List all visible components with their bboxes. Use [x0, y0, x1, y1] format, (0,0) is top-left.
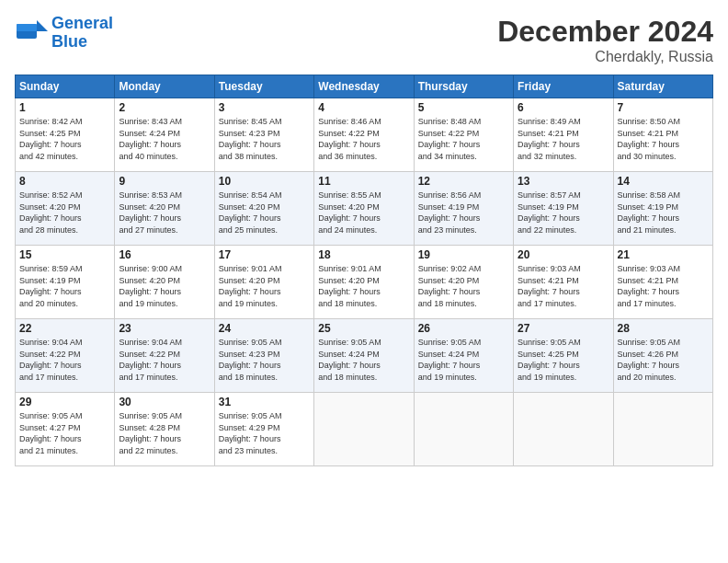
day-info: Sunrise: 9:05 AM Sunset: 4:28 PM Dayligh…: [119, 410, 210, 456]
calendar-cell: 21Sunrise: 9:03 AM Sunset: 4:21 PM Dayli…: [613, 246, 712, 319]
col-header-thursday: Thursday: [414, 75, 513, 98]
day-number: 12: [418, 175, 509, 188]
day-number: 16: [119, 248, 210, 261]
day-number: 25: [318, 322, 409, 335]
day-number: 5: [418, 101, 509, 114]
calendar-cell: [314, 393, 414, 466]
calendar-cell: 13Sunrise: 8:57 AM Sunset: 4:19 PM Dayli…: [514, 172, 613, 246]
day-info: Sunrise: 9:01 AM Sunset: 4:20 PM Dayligh…: [318, 263, 409, 309]
calendar-cell: 30Sunrise: 9:05 AM Sunset: 4:28 PM Dayli…: [115, 393, 214, 466]
day-info: Sunrise: 9:00 AM Sunset: 4:20 PM Dayligh…: [119, 263, 210, 309]
calendar-cell: 3Sunrise: 8:45 AM Sunset: 4:23 PM Daylig…: [214, 98, 313, 172]
day-info: Sunrise: 9:02 AM Sunset: 4:20 PM Dayligh…: [418, 263, 509, 309]
calendar-cell: 10Sunrise: 8:54 AM Sunset: 4:20 PM Dayli…: [214, 172, 313, 246]
calendar-cell: [514, 393, 613, 466]
day-info: Sunrise: 9:04 AM Sunset: 4:22 PM Dayligh…: [119, 337, 210, 383]
day-info: Sunrise: 8:52 AM Sunset: 4:20 PM Dayligh…: [19, 190, 110, 236]
calendar-cell: [613, 393, 712, 466]
col-header-saturday: Saturday: [613, 75, 712, 98]
calendar-cell: [414, 393, 513, 466]
calendar-week-row: 8Sunrise: 8:52 AM Sunset: 4:20 PM Daylig…: [16, 172, 713, 246]
day-number: 9: [119, 175, 210, 188]
col-header-sunday: Sunday: [16, 75, 115, 98]
calendar-cell: 11Sunrise: 8:55 AM Sunset: 4:20 PM Dayli…: [314, 172, 414, 246]
day-number: 17: [219, 248, 310, 261]
calendar-cell: 5Sunrise: 8:48 AM Sunset: 4:22 PM Daylig…: [414, 98, 513, 172]
day-info: Sunrise: 9:05 AM Sunset: 4:24 PM Dayligh…: [418, 337, 509, 383]
page: General Blue December 2024 Cherdakly, Ru…: [0, 0, 728, 563]
logo-blue: Blue: [51, 32, 87, 51]
calendar-cell: 28Sunrise: 9:05 AM Sunset: 4:26 PM Dayli…: [613, 319, 712, 393]
calendar-cell: 12Sunrise: 8:56 AM Sunset: 4:19 PM Dayli…: [414, 172, 513, 246]
calendar-cell: 25Sunrise: 9:05 AM Sunset: 4:24 PM Dayli…: [314, 319, 414, 393]
day-number: 20: [518, 248, 609, 261]
day-info: Sunrise: 8:54 AM Sunset: 4:20 PM Dayligh…: [219, 190, 310, 236]
day-number: 11: [318, 175, 409, 188]
day-number: 22: [19, 322, 110, 335]
location-title: Cherdakly, Russia: [497, 49, 713, 65]
col-header-tuesday: Tuesday: [214, 75, 313, 98]
day-info: Sunrise: 8:50 AM Sunset: 4:21 PM Dayligh…: [618, 116, 709, 162]
calendar-cell: 26Sunrise: 9:05 AM Sunset: 4:24 PM Dayli…: [414, 319, 513, 393]
day-number: 14: [618, 175, 709, 188]
logo-icon: [15, 17, 48, 50]
day-info: Sunrise: 8:58 AM Sunset: 4:19 PM Dayligh…: [618, 190, 709, 236]
day-info: Sunrise: 9:03 AM Sunset: 4:21 PM Dayligh…: [618, 263, 709, 309]
day-number: 4: [318, 101, 409, 114]
day-number: 28: [618, 322, 709, 335]
day-number: 19: [418, 248, 509, 261]
calendar-cell: 18Sunrise: 9:01 AM Sunset: 4:20 PM Dayli…: [314, 246, 414, 319]
calendar-cell: 15Sunrise: 8:59 AM Sunset: 4:19 PM Dayli…: [16, 246, 115, 319]
day-info: Sunrise: 8:43 AM Sunset: 4:24 PM Dayligh…: [119, 116, 210, 162]
calendar-cell: 23Sunrise: 9:04 AM Sunset: 4:22 PM Dayli…: [115, 319, 214, 393]
day-info: Sunrise: 8:53 AM Sunset: 4:20 PM Dayligh…: [119, 190, 210, 236]
calendar-cell: 8Sunrise: 8:52 AM Sunset: 4:20 PM Daylig…: [16, 172, 115, 246]
day-number: 3: [219, 101, 310, 114]
calendar-cell: 16Sunrise: 9:00 AM Sunset: 4:20 PM Dayli…: [115, 246, 214, 319]
calendar-week-row: 29Sunrise: 9:05 AM Sunset: 4:27 PM Dayli…: [16, 393, 713, 466]
calendar-cell: 6Sunrise: 8:49 AM Sunset: 4:21 PM Daylig…: [514, 98, 613, 172]
title-block: December 2024 Cherdakly, Russia: [497, 15, 713, 65]
day-info: Sunrise: 8:42 AM Sunset: 4:25 PM Dayligh…: [19, 116, 110, 162]
calendar-cell: 27Sunrise: 9:05 AM Sunset: 4:25 PM Dayli…: [514, 319, 613, 393]
day-number: 27: [518, 322, 609, 335]
day-info: Sunrise: 9:05 AM Sunset: 4:25 PM Dayligh…: [518, 337, 609, 383]
day-info: Sunrise: 9:05 AM Sunset: 4:26 PM Dayligh…: [618, 337, 709, 383]
col-header-wednesday: Wednesday: [314, 75, 414, 98]
calendar-cell: 20Sunrise: 9:03 AM Sunset: 4:21 PM Dayli…: [514, 246, 613, 319]
calendar-cell: 9Sunrise: 8:53 AM Sunset: 4:20 PM Daylig…: [115, 172, 214, 246]
calendar-cell: 29Sunrise: 9:05 AM Sunset: 4:27 PM Dayli…: [16, 393, 115, 466]
day-number: 6: [518, 101, 609, 114]
col-header-monday: Monday: [115, 75, 214, 98]
col-header-friday: Friday: [514, 75, 613, 98]
calendar-week-row: 1Sunrise: 8:42 AM Sunset: 4:25 PM Daylig…: [16, 98, 713, 172]
logo: General Blue: [15, 15, 113, 52]
calendar-week-row: 15Sunrise: 8:59 AM Sunset: 4:19 PM Dayli…: [16, 246, 713, 319]
day-info: Sunrise: 8:56 AM Sunset: 4:19 PM Dayligh…: [418, 190, 509, 236]
day-info: Sunrise: 8:57 AM Sunset: 4:19 PM Dayligh…: [518, 190, 609, 236]
day-number: 7: [618, 101, 709, 114]
logo-general: General: [51, 14, 113, 32]
calendar-cell: 31Sunrise: 9:05 AM Sunset: 4:29 PM Dayli…: [214, 393, 313, 466]
calendar-header-row: SundayMondayTuesdayWednesdayThursdayFrid…: [16, 75, 713, 98]
calendar-cell: 19Sunrise: 9:02 AM Sunset: 4:20 PM Dayli…: [414, 246, 513, 319]
day-info: Sunrise: 8:45 AM Sunset: 4:23 PM Dayligh…: [219, 116, 310, 162]
day-number: 23: [119, 322, 210, 335]
calendar-cell: 22Sunrise: 9:04 AM Sunset: 4:22 PM Dayli…: [16, 319, 115, 393]
day-info: Sunrise: 8:48 AM Sunset: 4:22 PM Dayligh…: [418, 116, 509, 162]
calendar-week-row: 22Sunrise: 9:04 AM Sunset: 4:22 PM Dayli…: [16, 319, 713, 393]
day-number: 2: [119, 101, 210, 114]
day-number: 15: [19, 248, 110, 261]
day-info: Sunrise: 9:03 AM Sunset: 4:21 PM Dayligh…: [518, 263, 609, 309]
day-info: Sunrise: 8:59 AM Sunset: 4:19 PM Dayligh…: [19, 263, 110, 309]
calendar-cell: 14Sunrise: 8:58 AM Sunset: 4:19 PM Dayli…: [613, 172, 712, 246]
calendar-cell: 1Sunrise: 8:42 AM Sunset: 4:25 PM Daylig…: [16, 98, 115, 172]
day-number: 18: [318, 248, 409, 261]
day-number: 24: [219, 322, 310, 335]
calendar-table: SundayMondayTuesdayWednesdayThursdayFrid…: [15, 75, 713, 466]
day-number: 30: [119, 396, 210, 408]
day-number: 8: [19, 175, 110, 188]
svg-marker-1: [37, 20, 48, 31]
day-number: 29: [19, 396, 110, 408]
month-title: December 2024: [497, 15, 713, 49]
